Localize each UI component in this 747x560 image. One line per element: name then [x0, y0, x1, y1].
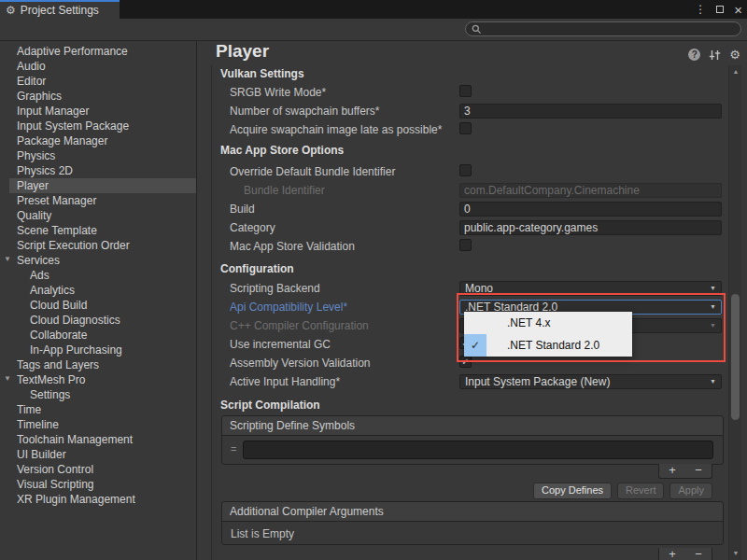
- field-label: Build: [230, 203, 255, 216]
- sidebar-item-script-execution-order[interactable]: Script Execution Order: [0, 238, 196, 253]
- sidebar-item-ui-builder[interactable]: UI Builder: [0, 447, 196, 462]
- window-menu-icon[interactable]: ⋮: [695, 3, 706, 16]
- sidebar-item-input-manager[interactable]: Input Manager: [0, 104, 196, 119]
- field-value: com.DefaultCompany.Cinemachine: [464, 184, 640, 197]
- list-body: =: [222, 436, 723, 465]
- sidebar-item-time[interactable]: Time: [0, 402, 196, 417]
- sidebar-item-adaptive-performance[interactable]: Adaptive Performance: [0, 44, 196, 59]
- category-field[interactable]: public.app-category.games: [459, 220, 722, 235]
- popup-option-net-standard-20[interactable]: ✓ .NET Standard 2.0: [464, 334, 632, 357]
- toolbar: [0, 19, 747, 41]
- sidebar-item-timeline[interactable]: Timeline: [0, 417, 196, 432]
- sidebar-item-ads[interactable]: Ads: [0, 268, 196, 283]
- row-build: Build 0: [197, 202, 725, 217]
- sidebar-item-collaborate[interactable]: Collaborate: [0, 328, 196, 343]
- section-title: Mac App Store Options: [220, 144, 344, 157]
- sidebar-item-quality[interactable]: Quality: [0, 208, 196, 223]
- add-item-button[interactable]: +: [659, 548, 685, 560]
- sidebar-item-editor[interactable]: Editor: [0, 74, 196, 89]
- field-label: Scripting Backend: [230, 282, 320, 295]
- override-bundle-identifier-checkbox[interactable]: [459, 164, 472, 176]
- api-compatibility-popup: .NET 4.x ✓ .NET Standard 2.0: [464, 312, 632, 357]
- tab-project-settings[interactable]: ⚙ Project Settings: [0, 0, 120, 19]
- remove-item-button[interactable]: −: [685, 464, 712, 478]
- list-header: Additional Compiler Arguments: [222, 502, 723, 522]
- sidebar-item-audio[interactable]: Audio: [0, 59, 196, 74]
- row-mac-app-store-validation: Mac App Store Validation: [197, 239, 725, 255]
- scroll-down-icon[interactable]: ▼: [729, 550, 742, 557]
- acquire-swapchain-late-checkbox[interactable]: [459, 122, 472, 134]
- sidebar-item-graphics[interactable]: Graphics: [0, 89, 196, 104]
- sidebar-item-scene-template[interactable]: Scene Template: [0, 223, 196, 238]
- sidebar-item-input-system-package[interactable]: Input System Package: [0, 119, 196, 133]
- sidebar-item-tags-and-layers[interactable]: Tags and Layers: [0, 357, 196, 372]
- mac-app-store-validation-checkbox[interactable]: [459, 239, 472, 251]
- foldout-open-icon[interactable]: ▼: [4, 375, 11, 383]
- row-scripting-backend: Scripting Backend Mono ▼: [197, 281, 725, 297]
- sidebar-item-analytics[interactable]: Analytics: [0, 283, 196, 298]
- swapchain-buffers-field[interactable]: 3: [459, 104, 722, 119]
- sidebar-item-xr-plugin-management[interactable]: XR Plugin Management: [0, 492, 196, 507]
- section-script-compilation: Script Compilation: [197, 399, 725, 414]
- section-mac-app-store-options: Mac App Store Options: [197, 144, 725, 160]
- sidebar-item-cloud-build[interactable]: Cloud Build: [0, 298, 196, 313]
- define-symbol-entry-field[interactable]: [243, 441, 713, 459]
- field-value: 3: [464, 105, 471, 118]
- scripting-backend-dropdown[interactable]: Mono ▼: [459, 281, 722, 296]
- sidebar-item-in-app-purchasing[interactable]: In-App Purchasing: [0, 343, 196, 357]
- field-label: C++ Compiler Configuration: [230, 319, 369, 332]
- dropdown-value: Mono: [465, 282, 493, 295]
- sidebar-item-physics-2d[interactable]: Physics 2D: [0, 163, 196, 178]
- list-header: Scripting Define Symbols: [222, 416, 723, 436]
- row-bundle-identifier: Bundle Identifier com.DefaultCompany.Cin…: [197, 183, 725, 199]
- remove-item-button[interactable]: −: [685, 548, 712, 560]
- field-label: Override Default Bundle Identifier: [230, 165, 395, 178]
- search-icon: [472, 24, 482, 35]
- close-icon[interactable]: ×: [734, 3, 742, 17]
- copy-defines-button[interactable]: Copy Defines: [533, 483, 612, 499]
- sidebar-item-textmesh-pro[interactable]: ▼ TextMesh Pro: [0, 372, 196, 387]
- build-field[interactable]: 0: [459, 202, 722, 217]
- additional-compiler-arguments-list: Additional Compiler Arguments List is Em…: [221, 501, 724, 545]
- row-override-bundle-identifier: Override Default Bundle Identifier: [197, 164, 725, 180]
- field-label: SRGB Write Mode*: [230, 86, 326, 99]
- search-box[interactable]: [465, 21, 741, 36]
- sidebar-item-physics[interactable]: Physics: [0, 148, 196, 163]
- sidebar-item-visual-scripting[interactable]: Visual Scripting: [0, 477, 196, 492]
- sidebar-item-player-selected[interactable]: Player: [9, 178, 196, 193]
- sidebar-item-toolchain-management[interactable]: Toolchain Management: [0, 432, 196, 447]
- sidebar-item-cloud-diagnostics[interactable]: Cloud Diagnostics: [0, 313, 196, 328]
- srgb-write-mode-checkbox[interactable]: [459, 85, 472, 97]
- field-label: Api Compatibility Level*: [230, 301, 347, 314]
- foldout-open-icon[interactable]: ▼: [4, 256, 11, 263]
- gear-icon: ⚙: [6, 5, 16, 16]
- scrollbar-thumb[interactable]: [731, 294, 740, 420]
- active-input-handling-dropdown[interactable]: Input System Package (New) ▼: [459, 374, 722, 389]
- section-configuration: Configuration: [197, 262, 725, 278]
- maximize-icon[interactable]: [716, 6, 724, 13]
- player-settings-panel: Player ? ⚙ Vulkan Settings SRGB Write Mo…: [197, 41, 747, 560]
- gear-icon[interactable]: ⚙: [729, 49, 740, 61]
- row-use-incremental-gc: Use incremental GC ✓: [197, 337, 725, 353]
- sidebar-item-preset-manager[interactable]: Preset Manager: [0, 193, 196, 208]
- sidebar-item-version-control[interactable]: Version Control: [0, 462, 196, 477]
- sidebar-item-package-manager[interactable]: Package Manager: [0, 133, 196, 148]
- add-item-button[interactable]: +: [659, 464, 685, 478]
- title-bar: ⚙ Project Settings ⋮ ×: [0, 0, 747, 19]
- define-symbols-list-footer: + −: [658, 464, 712, 479]
- sidebar-item-tmp-settings[interactable]: Settings: [0, 387, 196, 402]
- popup-option-net-4x[interactable]: .NET 4.x: [464, 312, 632, 334]
- row-acquire-swapchain-late: Acquire swapchain image late as possible…: [197, 122, 725, 138]
- drag-handle-icon[interactable]: =: [231, 443, 236, 455]
- assembly-version-validation-checkbox[interactable]: ✓: [459, 356, 472, 368]
- scroll-up-icon[interactable]: ▲: [729, 68, 742, 76]
- scripting-define-symbols-list: Scripting Define Symbols =: [221, 415, 724, 465]
- search-input[interactable]: [482, 22, 728, 35]
- presets-icon[interactable]: [709, 49, 721, 61]
- vertical-scrollbar[interactable]: ▲ ▼: [728, 65, 741, 560]
- check-icon: ✓: [464, 334, 486, 357]
- sidebar-item-services[interactable]: ▼ Services: [0, 253, 196, 268]
- define-symbols-buttons: Copy Defines Revert Apply: [533, 483, 712, 499]
- page-title: Player: [216, 41, 269, 62]
- help-icon[interactable]: ?: [688, 49, 700, 61]
